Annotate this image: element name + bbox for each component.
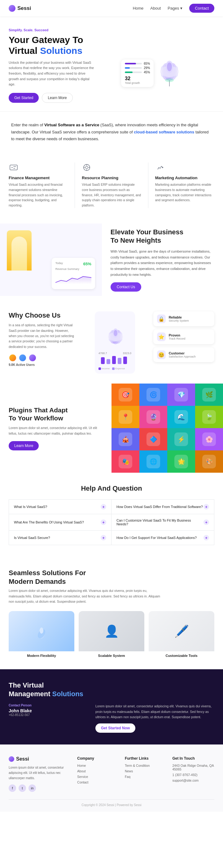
about-text: Enter the realm of Virtual Software as a… bbox=[11, 122, 212, 143]
hero-lotus-image bbox=[148, 44, 191, 87]
plugin-cell-6: 🔮 bbox=[139, 406, 167, 428]
footer-further-col: Further Links Term & Condition News Faq bbox=[125, 756, 167, 792]
seamless-grid: Modern Flexibility 👤 Scalable System 🖊️ … bbox=[9, 611, 214, 657]
hero-buttons: Get Started Learn More bbox=[9, 93, 119, 103]
plugin-cell-15: 🌟 bbox=[167, 451, 195, 473]
feature-resource-desc: Virtual SaaS ERP solutions integrate cor… bbox=[82, 182, 141, 208]
svg-rect-23 bbox=[107, 359, 110, 364]
why-lotus-image bbox=[99, 315, 133, 349]
plugin-cell-3: 💎 bbox=[167, 383, 195, 406]
faq-plus-icon-3[interactable]: + bbox=[101, 520, 106, 525]
logo-icon bbox=[9, 5, 16, 12]
why-badges: 🔒 Reliable Security System ⭐ Proven Trac… bbox=[153, 311, 214, 362]
faq-item-4[interactable]: Can I Customize Virtual SaaS To Fit My B… bbox=[111, 514, 214, 531]
faq-plus-icon-1[interactable]: + bbox=[101, 504, 106, 509]
svg-point-29 bbox=[40, 627, 44, 634]
nav-home[interactable]: Home bbox=[133, 6, 144, 10]
footer-email[interactable]: support@site.com bbox=[172, 778, 214, 782]
management-section: The Virtual Management Solutions Contact… bbox=[0, 669, 223, 744]
footer-link-faq[interactable]: Faq bbox=[125, 775, 167, 778]
why-desc: In a sea of options, selecting the right… bbox=[9, 322, 77, 349]
footer-link-home[interactable]: Home bbox=[77, 764, 119, 767]
why-users-count: 9.8K Active Users bbox=[9, 363, 77, 367]
seamless-card-1: Modern Flexibility bbox=[9, 611, 74, 657]
plugins-content: Plugins That Adapt To Your Workflow Lore… bbox=[0, 396, 111, 460]
get-started-button[interactable]: Get Started bbox=[9, 93, 39, 103]
linkedin-icon[interactable]: in bbox=[28, 784, 36, 792]
seamless-section: Seamless Solutions For Modern Demands Lo… bbox=[0, 557, 223, 669]
faq-item-6[interactable]: How Do I Get Support For Virtual SaaS Ap… bbox=[111, 531, 214, 545]
svg-point-13 bbox=[162, 167, 163, 168]
get-started-now-button[interactable]: Get Started Now bbox=[95, 723, 135, 733]
footer-link-about[interactable]: About bbox=[77, 769, 119, 773]
elevate-mini-chart bbox=[55, 274, 91, 285]
faq-item-5[interactable]: Is Virtual SaaS Secure? + bbox=[9, 531, 111, 545]
faq-plus-icon-2[interactable]: + bbox=[203, 504, 209, 509]
svg-rect-24 bbox=[112, 356, 116, 364]
footer-link-service[interactable]: Service bbox=[77, 775, 119, 778]
footer-top: Sessi Lorem ipsum dolor sit amet, consec… bbox=[9, 756, 214, 792]
feature-finance: Finance Management Virtual SaaS accounti… bbox=[9, 162, 68, 208]
seamless-card-3: 🖊️ Customizable Tools bbox=[149, 611, 214, 657]
seamless-image-2: 👤 bbox=[79, 611, 144, 651]
avatar-2 bbox=[19, 354, 27, 362]
navbar: Sessi Home About Pages ▾ Contact bbox=[0, 0, 223, 17]
plugin-cell-14: 🌐 bbox=[139, 451, 167, 473]
contact-button[interactable]: Contact bbox=[189, 4, 214, 13]
seamless-image-3: 🖊️ bbox=[149, 611, 214, 651]
features-section: Finance Management Virtual SaaS accounti… bbox=[0, 153, 223, 218]
why-avatars bbox=[9, 354, 77, 362]
why-badge-proven: ⭐ Proven Track Record bbox=[153, 329, 214, 344]
hero-visual: 65% 29% 45% 32 Total growth bbox=[124, 44, 214, 87]
contact-us-button[interactable]: Contact Us bbox=[111, 282, 141, 291]
plugin-cell-4: 🌿 bbox=[195, 383, 223, 406]
plugins-desc: Lorem ipsum dolor sit amet, consectetur … bbox=[9, 425, 103, 436]
nav-pages[interactable]: Pages ▾ bbox=[168, 6, 183, 10]
faq-grid: What Is Virtual SaaS? + How Does Virtual… bbox=[9, 499, 214, 545]
footer-logo: Sessi bbox=[9, 756, 72, 762]
about-section: Enter the realm of Virtual Software as a… bbox=[0, 112, 223, 153]
why-bar-chart bbox=[99, 355, 131, 365]
seamless-desc: Lorem ipsum dolor sit amet, consectetur … bbox=[9, 588, 164, 604]
plugins-grid: 🎯 🌀 💎 🌿 📍 🔮 🌊 🍃 🎪 🔷 ⚡ 🌸 🎭 🌐 🌟 🎨 bbox=[111, 383, 223, 473]
mgmt-desc-area: Lorem ipsum dolor sit amet, consectetur … bbox=[95, 704, 214, 733]
stat-bar-2 bbox=[125, 67, 142, 69]
mgmt-title: The Virtual Management Solutions bbox=[9, 681, 214, 698]
faq-item-1[interactable]: What Is Virtual SaaS? + bbox=[9, 500, 111, 514]
hero-stats-card: 65% 29% 45% 32 Total growth bbox=[121, 59, 154, 87]
faq-plus-icon-6[interactable]: + bbox=[203, 535, 209, 540]
footer-link-contact[interactable]: Contact bbox=[77, 780, 119, 784]
nav-about[interactable]: About bbox=[150, 6, 161, 10]
faq-section: Help And Question What Is Virtual SaaS? … bbox=[0, 473, 223, 557]
svg-point-12 bbox=[85, 166, 88, 169]
elevate-visual: Today 65% Revenue Summary bbox=[0, 223, 102, 296]
svg-rect-22 bbox=[101, 357, 105, 364]
marketing-icon bbox=[155, 162, 165, 173]
plugin-cell-12: 🌸 bbox=[195, 428, 223, 451]
nav-links: Home About Pages ▾ Contact bbox=[133, 4, 214, 13]
feature-marketing: Marketing Automation Marketing automatio… bbox=[155, 162, 214, 208]
footer-address: 2443 Oak Ridge Omaha, QA 45065 bbox=[172, 764, 214, 771]
plugins-title: Plugins That Adapt To Your Workflow bbox=[9, 406, 103, 423]
plugins-learn-more-button[interactable]: Learn More bbox=[9, 441, 39, 451]
footer-link-news[interactable]: News bbox=[125, 769, 167, 773]
feature-resource-title: Resource Planning bbox=[82, 176, 141, 180]
proven-icon: ⭐ bbox=[157, 333, 166, 341]
footer-desc: Lorem ipsum dolor sit amet, consectetur … bbox=[9, 765, 72, 781]
plugin-cell-1: 🎯 bbox=[111, 383, 139, 406]
twitter-icon[interactable]: t bbox=[19, 784, 26, 792]
customer-icon: 😊 bbox=[157, 350, 166, 359]
faq-plus-icon-5[interactable]: + bbox=[101, 535, 106, 540]
footer-phone[interactable]: 1 (307-9767-492) bbox=[172, 773, 214, 777]
svg-rect-26 bbox=[123, 356, 127, 364]
hero-content: Simplify. Scale. Succeed Your Gateway To… bbox=[9, 28, 119, 103]
resource-icon bbox=[82, 162, 92, 173]
footer-link-terms[interactable]: Term & Condition bbox=[125, 764, 167, 767]
feature-marketing-title: Marketing Automation bbox=[155, 176, 214, 180]
facebook-icon[interactable]: f bbox=[9, 784, 16, 792]
faq-item-3[interactable]: What Are The Benefits Of Using Virtual S… bbox=[9, 514, 111, 531]
faq-item-2[interactable]: How Does Virtual SaaS Differ From Tradit… bbox=[111, 500, 214, 514]
faq-plus-icon-4[interactable]: + bbox=[203, 520, 209, 525]
footer-logo-icon bbox=[9, 756, 14, 762]
learn-more-button[interactable]: Learn More bbox=[42, 93, 73, 103]
